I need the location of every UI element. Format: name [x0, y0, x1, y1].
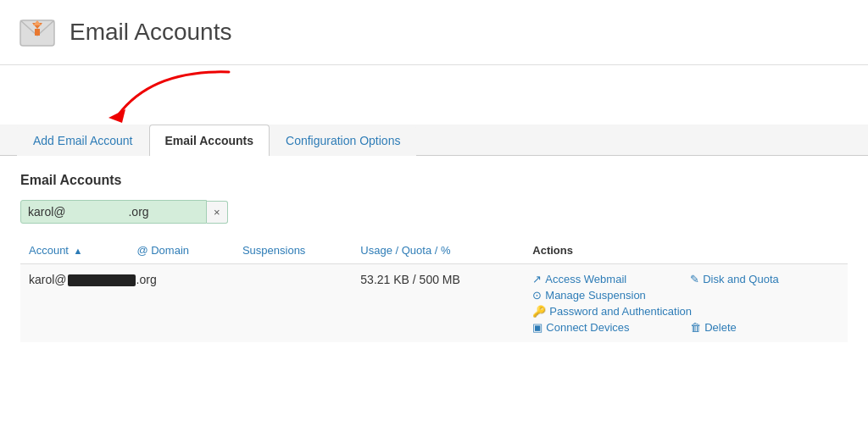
tabs-bar: Add Email Account Email Accounts Configu…	[0, 125, 868, 156]
manage-suspension-link[interactable]: ⊙ Manage Suspension	[532, 289, 839, 302]
account-name-cell: karol@ .org	[20, 264, 234, 343]
delete-icon: 🗑	[690, 321, 701, 334]
email-accounts-icon	[17, 12, 58, 53]
search-input[interactable]	[20, 200, 207, 224]
disk-label: Disk and Quota	[703, 273, 779, 285]
password-label: Password and Authentication	[549, 305, 692, 318]
suspension-icon: ⊙	[532, 289, 542, 302]
connect-devices-link[interactable]: ▣ Connect Devices	[532, 321, 682, 334]
col-usage: Usage / Quota / %	[352, 237, 524, 264]
col-account[interactable]: Account ▲	[20, 237, 128, 264]
delete-link[interactable]: 🗑 Delete	[690, 321, 839, 334]
devices-icon: ▣	[532, 321, 542, 334]
delete-label: Delete	[704, 321, 737, 334]
clear-search-button[interactable]: ×	[207, 201, 228, 224]
section-title: Email Accounts	[20, 173, 848, 188]
page-title: Email Accounts	[70, 19, 231, 46]
disk-icon: ✎	[690, 273, 699, 285]
col-suspensions: Suspensions	[234, 237, 352, 264]
table-row: karol@ .org 53.21 KB / 500 MB ↗ Access W…	[20, 264, 848, 343]
col-domain: @ Domain	[128, 237, 234, 264]
webmail-label: Access Webmail	[545, 273, 626, 285]
sort-arrow-account: ▲	[74, 246, 83, 256]
page-header: Email Accounts	[0, 0, 868, 65]
usage-cell: 53.21 KB / 500 MB	[352, 264, 524, 343]
suspensions-cell	[234, 264, 352, 343]
tab-config-options[interactable]: Configuration Options	[270, 125, 416, 156]
password-auth-link[interactable]: 🔑 Password and Authentication	[532, 305, 839, 318]
main-content: Email Accounts × Account ▲ @ Domain Susp…	[0, 156, 868, 359]
devices-label: Connect Devices	[546, 321, 629, 334]
access-webmail-link[interactable]: ↗ Access Webmail	[532, 273, 682, 285]
suspension-label: Manage Suspension	[545, 289, 646, 302]
tab-add-email[interactable]: Add Email Account	[17, 125, 149, 156]
disk-quota-link[interactable]: ✎ Disk and Quota	[690, 273, 839, 285]
password-icon: 🔑	[532, 305, 546, 318]
tab-email-accounts[interactable]: Email Accounts	[149, 125, 270, 156]
search-row: ×	[20, 200, 848, 224]
arrow-annotation	[0, 65, 868, 125]
svg-marker-4	[108, 109, 125, 123]
table-header-row: Account ▲ @ Domain Suspensions Usage / Q…	[20, 237, 848, 264]
actions-cell: ↗ Access Webmail ✎ Disk and Quota ⊙ Mana…	[524, 264, 848, 343]
redacted-domain	[68, 274, 136, 286]
actions-grid: ↗ Access Webmail ✎ Disk and Quota ⊙ Mana…	[532, 273, 839, 334]
svg-rect-2	[35, 29, 40, 36]
accounts-table: Account ▲ @ Domain Suspensions Usage / Q…	[20, 237, 848, 342]
webmail-icon: ↗	[532, 273, 542, 285]
col-actions: Actions	[524, 237, 848, 264]
